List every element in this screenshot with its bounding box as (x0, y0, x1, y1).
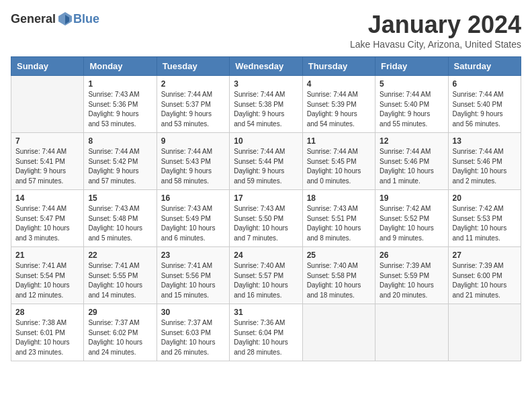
day-number: 20 (453, 193, 517, 203)
day-number: 30 (161, 308, 225, 317)
logo-icon (57, 11, 73, 27)
day-info: Sunrise: 7:43 AM Sunset: 5:48 PM Dayligh… (88, 204, 152, 243)
day-info: Sunrise: 7:43 AM Sunset: 5:50 PM Dayligh… (234, 204, 298, 243)
logo-blue: Blue (73, 12, 99, 26)
day-number: 3 (234, 79, 298, 89)
calendar-cell: 8Sunrise: 7:44 AM Sunset: 5:42 PM Daylig… (84, 133, 157, 190)
calendar-cell: 11Sunrise: 7:44 AM Sunset: 5:45 PM Dayli… (302, 133, 375, 190)
day-info: Sunrise: 7:41 AM Sunset: 5:55 PM Dayligh… (88, 261, 152, 300)
calendar-cell: 1Sunrise: 7:43 AM Sunset: 5:36 PM Daylig… (84, 76, 157, 133)
day-number: 15 (88, 193, 152, 203)
calendar-week-5: 28Sunrise: 7:38 AM Sunset: 6:01 PM Dayli… (11, 304, 521, 361)
calendar-cell (11, 76, 84, 133)
day-number: 23 (161, 250, 225, 260)
calendar-cell: 5Sunrise: 7:44 AM Sunset: 5:40 PM Daylig… (375, 76, 448, 133)
calendar-cell: 2Sunrise: 7:44 AM Sunset: 5:37 PM Daylig… (157, 76, 229, 133)
day-info: Sunrise: 7:44 AM Sunset: 5:39 PM Dayligh… (307, 90, 371, 129)
calendar-cell: 27Sunrise: 7:39 AM Sunset: 6:00 PM Dayli… (448, 247, 521, 304)
day-number: 18 (307, 193, 371, 203)
calendar-cell (448, 304, 521, 361)
calendar-cell: 30Sunrise: 7:37 AM Sunset: 6:03 PM Dayli… (157, 304, 229, 361)
calendar-cell: 19Sunrise: 7:42 AM Sunset: 5:52 PM Dayli… (375, 190, 448, 247)
day-number: 6 (453, 79, 517, 89)
calendar-cell: 9Sunrise: 7:44 AM Sunset: 5:43 PM Daylig… (157, 133, 229, 190)
calendar-cell: 28Sunrise: 7:38 AM Sunset: 6:01 PM Dayli… (11, 304, 84, 361)
calendar-cell: 6Sunrise: 7:44 AM Sunset: 5:40 PM Daylig… (448, 76, 521, 133)
day-info: Sunrise: 7:44 AM Sunset: 5:46 PM Dayligh… (380, 147, 443, 186)
calendar-cell: 10Sunrise: 7:44 AM Sunset: 5:44 PM Dayli… (230, 133, 302, 190)
calendar-cell: 18Sunrise: 7:43 AM Sunset: 5:51 PM Dayli… (302, 190, 375, 247)
day-info: Sunrise: 7:42 AM Sunset: 5:52 PM Dayligh… (380, 204, 443, 243)
location-title: Lake Havasu City, Arizona, United States (350, 39, 521, 50)
calendar-cell (302, 304, 375, 361)
day-number: 7 (15, 136, 79, 146)
calendar-cell (375, 304, 448, 361)
day-number: 11 (307, 136, 371, 146)
day-number: 4 (307, 79, 371, 89)
calendar-cell: 26Sunrise: 7:39 AM Sunset: 5:59 PM Dayli… (375, 247, 448, 304)
column-header-monday: Monday (84, 57, 157, 76)
column-header-wednesday: Wednesday (230, 57, 302, 76)
day-number: 28 (15, 308, 79, 317)
day-info: Sunrise: 7:37 AM Sunset: 6:03 PM Dayligh… (161, 318, 225, 357)
day-info: Sunrise: 7:44 AM Sunset: 5:43 PM Dayligh… (161, 147, 225, 186)
day-info: Sunrise: 7:42 AM Sunset: 5:53 PM Dayligh… (453, 204, 517, 243)
calendar-header-row: SundayMondayTuesdayWednesdayThursdayFrid… (11, 57, 521, 76)
day-number: 17 (234, 193, 298, 203)
day-info: Sunrise: 7:44 AM Sunset: 5:46 PM Dayligh… (453, 147, 517, 186)
day-info: Sunrise: 7:41 AM Sunset: 5:54 PM Dayligh… (15, 261, 79, 300)
calendar-cell: 15Sunrise: 7:43 AM Sunset: 5:48 PM Dayli… (84, 190, 157, 247)
day-info: Sunrise: 7:39 AM Sunset: 6:00 PM Dayligh… (453, 261, 517, 300)
column-header-tuesday: Tuesday (157, 57, 229, 76)
calendar-cell: 24Sunrise: 7:40 AM Sunset: 5:57 PM Dayli… (230, 247, 302, 304)
column-header-saturday: Saturday (448, 57, 521, 76)
day-info: Sunrise: 7:39 AM Sunset: 5:59 PM Dayligh… (380, 261, 443, 300)
day-number: 14 (15, 193, 79, 203)
day-number: 27 (453, 250, 517, 260)
day-info: Sunrise: 7:43 AM Sunset: 5:51 PM Dayligh… (307, 204, 371, 243)
month-title: January 2024 (350, 11, 521, 39)
calendar-cell: 21Sunrise: 7:41 AM Sunset: 5:54 PM Dayli… (11, 247, 84, 304)
calendar-cell: 25Sunrise: 7:40 AM Sunset: 5:58 PM Dayli… (302, 247, 375, 304)
calendar-cell: 7Sunrise: 7:44 AM Sunset: 5:41 PM Daylig… (11, 133, 84, 190)
calendar-cell: 4Sunrise: 7:44 AM Sunset: 5:39 PM Daylig… (302, 76, 375, 133)
calendar-cell: 29Sunrise: 7:37 AM Sunset: 6:02 PM Dayli… (84, 304, 157, 361)
day-info: Sunrise: 7:44 AM Sunset: 5:40 PM Dayligh… (380, 90, 443, 129)
day-number: 19 (380, 193, 443, 203)
calendar-week-4: 21Sunrise: 7:41 AM Sunset: 5:54 PM Dayli… (11, 247, 521, 304)
day-number: 22 (88, 250, 152, 260)
day-number: 13 (453, 136, 517, 146)
calendar-cell: 22Sunrise: 7:41 AM Sunset: 5:55 PM Dayli… (84, 247, 157, 304)
day-info: Sunrise: 7:37 AM Sunset: 6:02 PM Dayligh… (88, 318, 152, 357)
day-info: Sunrise: 7:43 AM Sunset: 5:49 PM Dayligh… (161, 204, 225, 243)
day-number: 5 (380, 79, 443, 89)
column-header-friday: Friday (375, 57, 448, 76)
day-info: Sunrise: 7:36 AM Sunset: 6:04 PM Dayligh… (234, 318, 298, 357)
calendar-cell: 23Sunrise: 7:41 AM Sunset: 5:56 PM Dayli… (157, 247, 229, 304)
day-number: 8 (88, 136, 152, 146)
calendar-cell: 16Sunrise: 7:43 AM Sunset: 5:49 PM Dayli… (157, 190, 229, 247)
day-info: Sunrise: 7:44 AM Sunset: 5:38 PM Dayligh… (234, 90, 298, 129)
day-number: 12 (380, 136, 443, 146)
day-info: Sunrise: 7:44 AM Sunset: 5:47 PM Dayligh… (15, 204, 79, 243)
day-number: 2 (161, 79, 225, 89)
day-info: Sunrise: 7:44 AM Sunset: 5:42 PM Dayligh… (88, 147, 152, 186)
calendar-week-1: 1Sunrise: 7:43 AM Sunset: 5:36 PM Daylig… (11, 76, 521, 133)
day-number: 16 (161, 193, 225, 203)
day-info: Sunrise: 7:44 AM Sunset: 5:41 PM Dayligh… (15, 147, 79, 186)
day-info: Sunrise: 7:43 AM Sunset: 5:36 PM Dayligh… (88, 90, 152, 129)
calendar-cell: 12Sunrise: 7:44 AM Sunset: 5:46 PM Dayli… (375, 133, 448, 190)
day-number: 21 (15, 250, 79, 260)
calendar-cell: 31Sunrise: 7:36 AM Sunset: 6:04 PM Dayli… (230, 304, 302, 361)
calendar-week-3: 14Sunrise: 7:44 AM Sunset: 5:47 PM Dayli… (11, 190, 521, 247)
header: General Blue January 2024 Lake Havasu Ci… (11, 11, 521, 50)
day-info: Sunrise: 7:40 AM Sunset: 5:58 PM Dayligh… (307, 261, 371, 300)
calendar: SundayMondayTuesdayWednesdayThursdayFrid… (11, 56, 521, 361)
day-info: Sunrise: 7:38 AM Sunset: 6:01 PM Dayligh… (15, 318, 79, 357)
day-info: Sunrise: 7:44 AM Sunset: 5:40 PM Dayligh… (453, 90, 517, 129)
title-area: January 2024 Lake Havasu City, Arizona, … (350, 11, 521, 50)
day-info: Sunrise: 7:41 AM Sunset: 5:56 PM Dayligh… (161, 261, 225, 300)
calendar-cell: 13Sunrise: 7:44 AM Sunset: 5:46 PM Dayli… (448, 133, 521, 190)
calendar-body: 1Sunrise: 7:43 AM Sunset: 5:36 PM Daylig… (11, 76, 521, 361)
calendar-cell: 3Sunrise: 7:44 AM Sunset: 5:38 PM Daylig… (230, 76, 302, 133)
